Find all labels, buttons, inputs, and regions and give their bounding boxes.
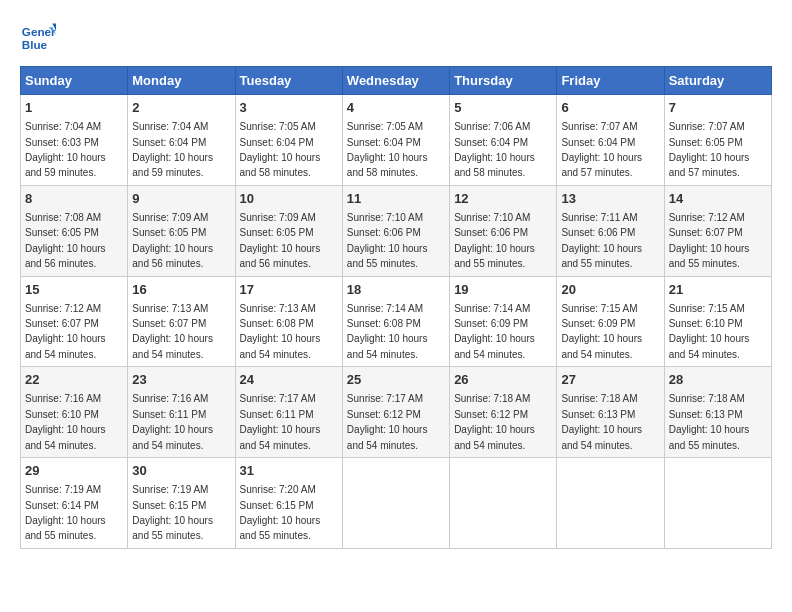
- calendar-day-15: 15 Sunrise: 7:12 AMSunset: 6:07 PMDaylig…: [21, 276, 128, 367]
- day-number: 29: [25, 462, 123, 480]
- calendar-week-1: 1 Sunrise: 7:04 AMSunset: 6:03 PMDayligh…: [21, 95, 772, 186]
- day-info: Sunrise: 7:14 AMSunset: 6:09 PMDaylight:…: [454, 303, 535, 360]
- day-info: Sunrise: 7:18 AMSunset: 6:13 PMDaylight:…: [561, 393, 642, 450]
- day-number: 30: [132, 462, 230, 480]
- calendar-day-18: 18 Sunrise: 7:14 AMSunset: 6:08 PMDaylig…: [342, 276, 449, 367]
- day-info: Sunrise: 7:12 AMSunset: 6:07 PMDaylight:…: [25, 303, 106, 360]
- calendar-day-16: 16 Sunrise: 7:13 AMSunset: 6:07 PMDaylig…: [128, 276, 235, 367]
- day-number: 28: [669, 371, 767, 389]
- calendar-empty-cell: [664, 458, 771, 549]
- calendar-day-12: 12 Sunrise: 7:10 AMSunset: 6:06 PMDaylig…: [450, 185, 557, 276]
- calendar-day-21: 21 Sunrise: 7:15 AMSunset: 6:10 PMDaylig…: [664, 276, 771, 367]
- day-info: Sunrise: 7:18 AMSunset: 6:13 PMDaylight:…: [669, 393, 750, 450]
- day-number: 11: [347, 190, 445, 208]
- day-number: 18: [347, 281, 445, 299]
- day-number: 7: [669, 99, 767, 117]
- day-number: 25: [347, 371, 445, 389]
- day-info: Sunrise: 7:16 AMSunset: 6:11 PMDaylight:…: [132, 393, 213, 450]
- day-info: Sunrise: 7:09 AMSunset: 6:05 PMDaylight:…: [132, 212, 213, 269]
- calendar-day-4: 4 Sunrise: 7:05 AMSunset: 6:04 PMDayligh…: [342, 95, 449, 186]
- day-number: 10: [240, 190, 338, 208]
- day-info: Sunrise: 7:11 AMSunset: 6:06 PMDaylight:…: [561, 212, 642, 269]
- calendar-day-10: 10 Sunrise: 7:09 AMSunset: 6:05 PMDaylig…: [235, 185, 342, 276]
- svg-text:Blue: Blue: [22, 38, 48, 51]
- day-info: Sunrise: 7:14 AMSunset: 6:08 PMDaylight:…: [347, 303, 428, 360]
- day-number: 31: [240, 462, 338, 480]
- day-info: Sunrise: 7:19 AMSunset: 6:15 PMDaylight:…: [132, 484, 213, 541]
- day-number: 9: [132, 190, 230, 208]
- header-sunday: Sunday: [21, 67, 128, 95]
- day-info: Sunrise: 7:08 AMSunset: 6:05 PMDaylight:…: [25, 212, 106, 269]
- day-number: 3: [240, 99, 338, 117]
- calendar-day-13: 13 Sunrise: 7:11 AMSunset: 6:06 PMDaylig…: [557, 185, 664, 276]
- calendar-day-7: 7 Sunrise: 7:07 AMSunset: 6:05 PMDayligh…: [664, 95, 771, 186]
- day-number: 21: [669, 281, 767, 299]
- calendar-day-9: 9 Sunrise: 7:09 AMSunset: 6:05 PMDayligh…: [128, 185, 235, 276]
- calendar-day-19: 19 Sunrise: 7:14 AMSunset: 6:09 PMDaylig…: [450, 276, 557, 367]
- day-info: Sunrise: 7:05 AMSunset: 6:04 PMDaylight:…: [347, 121, 428, 178]
- day-number: 19: [454, 281, 552, 299]
- logo: General Blue: [20, 20, 56, 56]
- header-wednesday: Wednesday: [342, 67, 449, 95]
- day-info: Sunrise: 7:10 AMSunset: 6:06 PMDaylight:…: [454, 212, 535, 269]
- header: General Blue: [20, 20, 772, 56]
- calendar-day-26: 26 Sunrise: 7:18 AMSunset: 6:12 PMDaylig…: [450, 367, 557, 458]
- day-number: 26: [454, 371, 552, 389]
- day-info: Sunrise: 7:16 AMSunset: 6:10 PMDaylight:…: [25, 393, 106, 450]
- header-friday: Friday: [557, 67, 664, 95]
- calendar-day-28: 28 Sunrise: 7:18 AMSunset: 6:13 PMDaylig…: [664, 367, 771, 458]
- calendar-day-2: 2 Sunrise: 7:04 AMSunset: 6:04 PMDayligh…: [128, 95, 235, 186]
- day-info: Sunrise: 7:15 AMSunset: 6:09 PMDaylight:…: [561, 303, 642, 360]
- calendar-day-5: 5 Sunrise: 7:06 AMSunset: 6:04 PMDayligh…: [450, 95, 557, 186]
- day-info: Sunrise: 7:17 AMSunset: 6:11 PMDaylight:…: [240, 393, 321, 450]
- day-info: Sunrise: 7:20 AMSunset: 6:15 PMDaylight:…: [240, 484, 321, 541]
- header-thursday: Thursday: [450, 67, 557, 95]
- calendar-day-17: 17 Sunrise: 7:13 AMSunset: 6:08 PMDaylig…: [235, 276, 342, 367]
- day-number: 13: [561, 190, 659, 208]
- header-saturday: Saturday: [664, 67, 771, 95]
- day-number: 4: [347, 99, 445, 117]
- calendar-week-5: 29 Sunrise: 7:19 AMSunset: 6:14 PMDaylig…: [21, 458, 772, 549]
- day-info: Sunrise: 7:15 AMSunset: 6:10 PMDaylight:…: [669, 303, 750, 360]
- day-number: 27: [561, 371, 659, 389]
- day-number: 6: [561, 99, 659, 117]
- calendar-day-20: 20 Sunrise: 7:15 AMSunset: 6:09 PMDaylig…: [557, 276, 664, 367]
- day-number: 1: [25, 99, 123, 117]
- calendar-day-23: 23 Sunrise: 7:16 AMSunset: 6:11 PMDaylig…: [128, 367, 235, 458]
- day-number: 23: [132, 371, 230, 389]
- day-number: 2: [132, 99, 230, 117]
- calendar-day-25: 25 Sunrise: 7:17 AMSunset: 6:12 PMDaylig…: [342, 367, 449, 458]
- day-number: 22: [25, 371, 123, 389]
- day-info: Sunrise: 7:06 AMSunset: 6:04 PMDaylight:…: [454, 121, 535, 178]
- day-info: Sunrise: 7:17 AMSunset: 6:12 PMDaylight:…: [347, 393, 428, 450]
- header-monday: Monday: [128, 67, 235, 95]
- calendar-week-2: 8 Sunrise: 7:08 AMSunset: 6:05 PMDayligh…: [21, 185, 772, 276]
- day-number: 12: [454, 190, 552, 208]
- day-info: Sunrise: 7:04 AMSunset: 6:04 PMDaylight:…: [132, 121, 213, 178]
- day-info: Sunrise: 7:04 AMSunset: 6:03 PMDaylight:…: [25, 121, 106, 178]
- calendar-day-11: 11 Sunrise: 7:10 AMSunset: 6:06 PMDaylig…: [342, 185, 449, 276]
- logo-icon: General Blue: [20, 20, 56, 56]
- calendar-day-31: 31 Sunrise: 7:20 AMSunset: 6:15 PMDaylig…: [235, 458, 342, 549]
- calendar-day-8: 8 Sunrise: 7:08 AMSunset: 6:05 PMDayligh…: [21, 185, 128, 276]
- calendar-week-3: 15 Sunrise: 7:12 AMSunset: 6:07 PMDaylig…: [21, 276, 772, 367]
- calendar-week-4: 22 Sunrise: 7:16 AMSunset: 6:10 PMDaylig…: [21, 367, 772, 458]
- calendar-day-1: 1 Sunrise: 7:04 AMSunset: 6:03 PMDayligh…: [21, 95, 128, 186]
- day-info: Sunrise: 7:09 AMSunset: 6:05 PMDaylight:…: [240, 212, 321, 269]
- day-number: 8: [25, 190, 123, 208]
- day-info: Sunrise: 7:07 AMSunset: 6:05 PMDaylight:…: [669, 121, 750, 178]
- day-number: 17: [240, 281, 338, 299]
- calendar-empty-cell: [557, 458, 664, 549]
- day-info: Sunrise: 7:12 AMSunset: 6:07 PMDaylight:…: [669, 212, 750, 269]
- day-number: 5: [454, 99, 552, 117]
- day-info: Sunrise: 7:05 AMSunset: 6:04 PMDaylight:…: [240, 121, 321, 178]
- day-number: 15: [25, 281, 123, 299]
- day-info: Sunrise: 7:13 AMSunset: 6:07 PMDaylight:…: [132, 303, 213, 360]
- calendar-day-3: 3 Sunrise: 7:05 AMSunset: 6:04 PMDayligh…: [235, 95, 342, 186]
- day-info: Sunrise: 7:18 AMSunset: 6:12 PMDaylight:…: [454, 393, 535, 450]
- calendar-day-29: 29 Sunrise: 7:19 AMSunset: 6:14 PMDaylig…: [21, 458, 128, 549]
- calendar-empty-cell: [450, 458, 557, 549]
- day-info: Sunrise: 7:13 AMSunset: 6:08 PMDaylight:…: [240, 303, 321, 360]
- calendar-table: SundayMondayTuesdayWednesdayThursdayFrid…: [20, 66, 772, 549]
- calendar-day-6: 6 Sunrise: 7:07 AMSunset: 6:04 PMDayligh…: [557, 95, 664, 186]
